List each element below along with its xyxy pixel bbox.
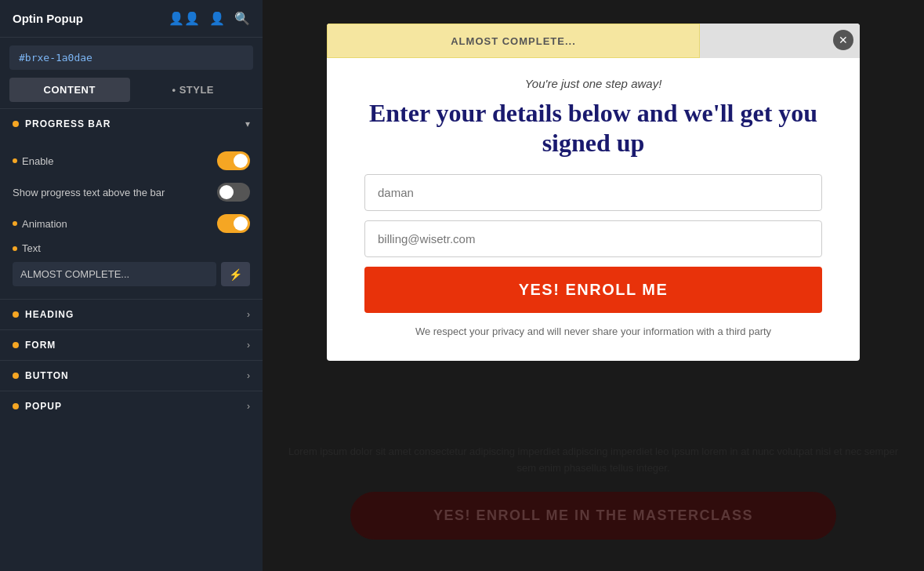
show-text-toggle[interactable] bbox=[217, 183, 250, 202]
animation-label: Animation bbox=[13, 218, 67, 230]
enroll-button[interactable]: YES! ENROLL ME bbox=[364, 267, 822, 313]
progress-bar-chevron: ▾ bbox=[245, 118, 250, 129]
enable-row: Enable bbox=[13, 145, 250, 176]
app-title: Optin Popup bbox=[13, 12, 83, 25]
form-dot bbox=[13, 342, 19, 348]
animation-toggle[interactable] bbox=[217, 214, 250, 233]
modal-subtitle: You're just one step away! bbox=[364, 77, 822, 90]
id-selector: #brxe-1a0dae bbox=[9, 45, 253, 70]
animation-toggle-knob bbox=[234, 216, 248, 231]
progress-text-input[interactable] bbox=[13, 262, 216, 286]
enable-toggle-knob bbox=[234, 154, 248, 168]
animation-dot bbox=[13, 221, 17, 226]
users-icon[interactable]: 👤👤 bbox=[168, 11, 200, 26]
button-arrow: › bbox=[247, 370, 250, 381]
style-tab[interactable]: • STYLE bbox=[133, 78, 254, 102]
modal-heading: Enter your details below and we'll get y… bbox=[364, 98, 822, 158]
left-panel: Optin Popup 👤👤 👤 🔍 #brxe-1a0dae CONTENT … bbox=[0, 0, 263, 571]
person-icon[interactable]: 👤 bbox=[209, 11, 225, 26]
button-label: BUTTON bbox=[25, 370, 69, 381]
heading-header-left: HEADING bbox=[13, 309, 74, 320]
name-input[interactable] bbox=[364, 174, 822, 211]
animation-row: Animation bbox=[13, 208, 250, 239]
popup-section-header[interactable]: POPUP › bbox=[0, 391, 263, 421]
text-label-row: Text bbox=[13, 239, 250, 257]
heading-arrow: › bbox=[247, 309, 250, 320]
search-icon[interactable]: 🔍 bbox=[234, 11, 250, 26]
form-header-left: FORM bbox=[13, 340, 56, 351]
heading-section-header[interactable]: HEADING › bbox=[0, 299, 263, 329]
progress-bar-label: PROGRESS BAR bbox=[25, 118, 111, 129]
progress-section-controls: Enable Show progress text above the bar … bbox=[0, 139, 263, 299]
tab-bar: CONTENT • STYLE bbox=[9, 78, 253, 102]
progress-bar-dot bbox=[13, 121, 19, 127]
content-tab[interactable]: CONTENT bbox=[9, 78, 130, 102]
button-dot bbox=[13, 373, 19, 379]
popup-header-left: POPUP bbox=[13, 401, 62, 412]
text-dot bbox=[13, 246, 17, 251]
panel-icon-group: 👤👤 👤 🔍 bbox=[168, 11, 250, 26]
popup-label: POPUP bbox=[25, 401, 62, 412]
progress-fill: ALMOST COMPLETE... bbox=[327, 24, 700, 58]
text-field-row: ⚡ bbox=[13, 262, 250, 286]
show-text-row: Show progress text above the bar bbox=[13, 176, 250, 208]
modal-privacy-text: We respect your privacy and will never s… bbox=[364, 324, 822, 340]
modal-body: You're just one step away! Enter your de… bbox=[327, 58, 860, 361]
close-icon: ✕ bbox=[839, 34, 848, 46]
popup-dot bbox=[13, 403, 19, 409]
section-header-left: PROGRESS BAR bbox=[13, 118, 111, 129]
modal-progress-bar: ALMOST COMPLETE... bbox=[327, 24, 860, 58]
modal: ✕ ALMOST COMPLETE... You're just one ste… bbox=[327, 24, 860, 361]
enable-dot bbox=[13, 158, 17, 163]
modal-overlay: ✕ ALMOST COMPLETE... You're just one ste… bbox=[263, 0, 924, 571]
button-section-header[interactable]: BUTTON › bbox=[0, 360, 263, 391]
show-text-toggle-knob bbox=[219, 185, 234, 199]
progress-bar-section-header[interactable]: PROGRESS BAR ▾ bbox=[0, 108, 263, 139]
form-label: FORM bbox=[25, 340, 56, 351]
popup-arrow: › bbox=[247, 401, 250, 412]
heading-dot bbox=[13, 311, 19, 318]
progress-text-action-btn[interactable]: ⚡ bbox=[221, 262, 250, 286]
heading-label: HEADING bbox=[25, 309, 74, 320]
show-text-label: Show progress text above the bar bbox=[13, 187, 165, 198]
form-arrow: › bbox=[247, 340, 250, 351]
modal-close-button[interactable]: ✕ bbox=[833, 30, 853, 50]
enable-toggle[interactable] bbox=[217, 151, 250, 170]
enable-label: Enable bbox=[13, 155, 53, 167]
form-section-header[interactable]: FORM › bbox=[0, 329, 263, 360]
panel-header: Optin Popup 👤👤 👤 🔍 bbox=[0, 0, 263, 38]
email-input[interactable] bbox=[364, 220, 822, 257]
text-label: Text bbox=[13, 242, 250, 254]
right-content: Lorem ipsum dolor sit amet consectetur a… bbox=[263, 0, 924, 571]
button-header-left: BUTTON bbox=[13, 370, 69, 381]
